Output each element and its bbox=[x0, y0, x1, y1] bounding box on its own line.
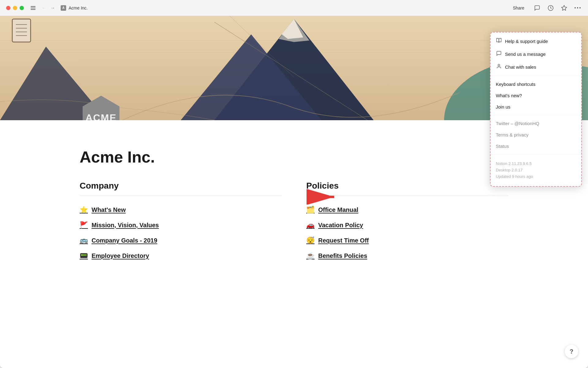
version-line1: Notion 2.11.23.9.6.5 bbox=[496, 161, 576, 167]
vacation-emoji: 🚗 bbox=[306, 221, 315, 229]
svg-marker-1 bbox=[562, 5, 567, 10]
whats-new-label: What's New bbox=[92, 206, 126, 213]
svg-point-34 bbox=[498, 64, 500, 66]
benefits-emoji: ☕ bbox=[306, 252, 315, 260]
keyboard-shortcuts-label: Keyboard shortcuts bbox=[496, 82, 535, 87]
traffic-lights bbox=[6, 6, 24, 10]
company-divider bbox=[80, 196, 282, 196]
message-icon bbox=[496, 51, 502, 57]
sections-row: Company ⭐ What's New 🚩 Mission, Vision, … bbox=[80, 181, 508, 263]
help-button[interactable]: ? bbox=[565, 345, 578, 358]
whats-new-label: What's new? bbox=[496, 93, 522, 98]
close-button[interactable] bbox=[6, 6, 10, 10]
time-off-label: Request Time Off bbox=[318, 237, 369, 244]
mission-emoji: 🚩 bbox=[80, 221, 88, 229]
more-button[interactable] bbox=[573, 4, 582, 12]
twitter-item[interactable]: Twitter – @NotionHQ bbox=[490, 118, 582, 129]
join-us-label: Join us bbox=[496, 104, 511, 109]
status-label: Status bbox=[496, 144, 509, 149]
version-info: Notion 2.11.23.9.6.5 Desktop 2.0.17 Upda… bbox=[490, 157, 582, 184]
tab-favicon: A bbox=[61, 5, 66, 11]
history-icon[interactable] bbox=[546, 4, 555, 12]
acme-logo-container: ACME bbox=[80, 96, 123, 120]
svg-point-4 bbox=[579, 7, 581, 9]
whats-new-item[interactable]: What's new? bbox=[490, 90, 582, 101]
acme-logo-text: ACME bbox=[85, 112, 117, 121]
forward-button[interactable]: → bbox=[48, 4, 57, 12]
list-item[interactable]: 📟 Employee Directory bbox=[80, 248, 282, 263]
whats-new-emoji: ⭐ bbox=[80, 206, 88, 214]
book-icon bbox=[496, 38, 502, 44]
maximize-button[interactable] bbox=[20, 6, 24, 10]
keyboard-shortcuts-item[interactable]: Keyboard shortcuts bbox=[490, 79, 582, 90]
list-item[interactable]: 🚩 Mission, Vision, Values bbox=[80, 217, 282, 233]
policies-list: 🗂️ Office Manual 🚗 Vacation Policy 😴 Req… bbox=[306, 202, 508, 263]
terms-item[interactable]: Terms & privacy bbox=[490, 129, 582, 140]
version-line3: Updated 9 hours ago bbox=[496, 174, 576, 180]
person-icon bbox=[496, 63, 502, 70]
list-item[interactable]: 🚌 Company Goals - 2019 bbox=[80, 233, 282, 248]
company-section-title: Company bbox=[80, 181, 282, 191]
terms-label: Terms & privacy bbox=[496, 132, 529, 137]
directory-emoji: 📟 bbox=[80, 252, 88, 260]
list-item[interactable]: ☕ Benefits Policies bbox=[306, 248, 508, 263]
app-window: ← → A Acme Inc. Share bbox=[0, 0, 588, 368]
page-title: Acme Inc. bbox=[80, 148, 508, 166]
svg-point-2 bbox=[575, 7, 576, 9]
dropdown-version-section: Notion 2.11.23.9.6.5 Desktop 2.0.17 Upda… bbox=[490, 154, 582, 186]
share-button[interactable]: Share bbox=[509, 4, 528, 12]
send-message-label: Send us a message bbox=[505, 52, 546, 57]
content-area: ACME Acme Inc. Company ⭐ What's New bbox=[0, 16, 588, 368]
chat-sales-label: Chat with sales bbox=[505, 64, 536, 70]
list-item[interactable]: 😴 Request Time Off bbox=[306, 233, 508, 248]
version-line2: Desktop 2.0.17 bbox=[496, 167, 576, 174]
company-list: ⭐ What's New 🚩 Mission, Vision, Values 🚌… bbox=[80, 202, 282, 263]
dropdown-links-section: Twitter – @NotionHQ Terms & privacy Stat… bbox=[490, 115, 582, 154]
dropdown-menu: Help & support guide Send us a message bbox=[490, 32, 582, 187]
benefits-label: Benefits Policies bbox=[318, 252, 367, 259]
status-item[interactable]: Status bbox=[490, 140, 582, 152]
directory-label: Employee Directory bbox=[92, 252, 149, 259]
star-icon[interactable] bbox=[560, 4, 568, 12]
join-us-item[interactable]: Join us bbox=[490, 101, 582, 113]
titlebar: ← → A Acme Inc. Share bbox=[0, 0, 588, 16]
dropdown-help-section: Help & support guide Send us a message bbox=[490, 32, 582, 76]
vacation-label: Vacation Policy bbox=[318, 222, 363, 229]
help-support-item[interactable]: Help & support guide bbox=[490, 35, 582, 48]
chat-icon[interactable] bbox=[533, 4, 541, 12]
twitter-label: Twitter – @NotionHQ bbox=[496, 121, 539, 126]
company-section: Company ⭐ What's New 🚩 Mission, Vision, … bbox=[80, 181, 282, 263]
back-button[interactable]: ← bbox=[40, 4, 48, 12]
goals-emoji: 🚌 bbox=[80, 236, 88, 244]
titlebar-right: Share bbox=[509, 4, 582, 12]
goals-label: Company Goals - 2019 bbox=[92, 237, 157, 244]
help-support-label: Help & support guide bbox=[505, 39, 548, 44]
menu-button[interactable] bbox=[29, 4, 37, 12]
mission-label: Mission, Vision, Values bbox=[92, 222, 159, 229]
tab-area: A Acme Inc. bbox=[61, 5, 509, 11]
svg-point-3 bbox=[577, 7, 578, 9]
red-arrow bbox=[307, 188, 340, 209]
acme-hexagon: ACME bbox=[80, 96, 123, 120]
tab-title: Acme Inc. bbox=[69, 6, 88, 10]
hamburger-icon bbox=[31, 6, 36, 10]
dropdown-actions-section: Keyboard shortcuts What's new? Join us bbox=[490, 76, 582, 115]
chat-sales-item[interactable]: Chat with sales bbox=[490, 60, 582, 73]
time-off-emoji: 😴 bbox=[306, 236, 315, 244]
svg-rect-19 bbox=[12, 19, 31, 42]
send-message-item[interactable]: Send us a message bbox=[490, 48, 582, 60]
list-item[interactable]: ⭐ What's New bbox=[80, 202, 282, 217]
minimize-button[interactable] bbox=[13, 6, 17, 10]
list-item[interactable]: 🚗 Vacation Policy bbox=[306, 217, 508, 233]
